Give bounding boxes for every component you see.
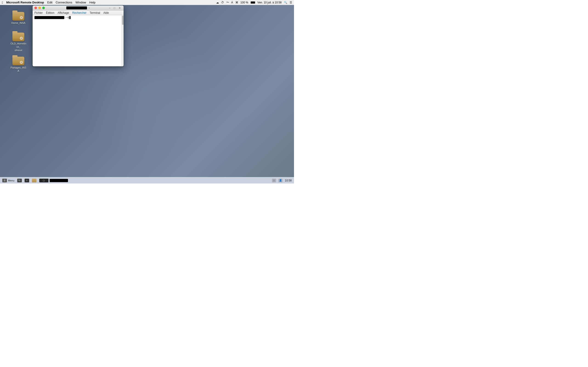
activity-icon: 〜	[226, 0, 229, 4]
menubar-help[interactable]: Help	[89, 1, 95, 4]
desktop-icon-partages-insa[interactable]: ➚ Partages_INSA	[9, 54, 27, 74]
window-fullscreen-button[interactable]: □	[113, 6, 116, 10]
prompt-user-redacted	[35, 16, 64, 19]
datetime-display: Ven. 10 juil. à 10:58	[258, 1, 282, 4]
terminal-menu-aide[interactable]: Aide	[103, 11, 109, 15]
battery-bar	[251, 1, 255, 4]
apple-logo-icon[interactable]: 	[2, 1, 3, 4]
terminal-cursor	[69, 16, 71, 19]
terminal-scrollbar[interactable]	[121, 15, 124, 66]
terminal-prompt-line: :~$	[35, 16, 122, 19]
camera-icon: 📷	[17, 179, 22, 182]
desktop-icon-home-insa[interactable]: ➚ Home_INSA	[9, 10, 27, 25]
terminal-menu-affichage[interactable]: Affichage	[58, 11, 69, 15]
dock-redacted-item	[50, 179, 68, 182]
desktop: ➚ Home_INSA ➚ OLD_Homelinux_ sfrenot ➚ P…	[0, 5, 294, 177]
dock-label-menu: Menu	[8, 179, 15, 182]
folder-dock-icon	[32, 179, 36, 182]
folder-body: ➚	[12, 57, 24, 65]
menubar-edit[interactable]: Edit	[47, 1, 52, 4]
title-tilde: ~	[88, 7, 90, 9]
menubar-right: ☁ ⏱ 〜 A ⌘ 100 % Ven. 10 juil. à 10:58 🔍 …	[216, 0, 292, 4]
desktop-icon-old-homelinux[interactable]: ➚ OLD_Homelinux_ sfrenot	[9, 30, 27, 53]
window-maximize-button[interactable]	[42, 7, 45, 9]
scrollbar-thumb[interactable]	[122, 16, 124, 25]
folder-body: ➚	[12, 12, 24, 21]
icon-label: OLD_Homelinux_ sfrenot	[10, 42, 27, 52]
battery-text: 100 %	[241, 1, 248, 4]
dock-item-camera[interactable]: 📷	[17, 179, 22, 182]
terminal-menu-fichier[interactable]: Fichier	[35, 11, 43, 15]
window-controls	[35, 7, 45, 9]
terminal-window: ~ − □ ✕ Fichier Édition Affichage Recher…	[33, 6, 124, 66]
menu-icon: ☰	[2, 179, 7, 182]
terminal-menu-terminal[interactable]: Terminal	[90, 11, 100, 15]
icon-label: Home_INSA	[11, 21, 25, 25]
dock-item-folder[interactable]	[32, 179, 36, 182]
menubar-connections[interactable]: Connections	[56, 1, 72, 4]
window-close-button[interactable]	[35, 7, 37, 9]
menubar-app-name: Microsoft Remote Desktop	[6, 1, 44, 4]
menubar-left:  Microsoft Remote Desktop Edit Connecti…	[2, 1, 95, 4]
macos-menubar:  Microsoft Remote Desktop Edit Connecti…	[0, 0, 294, 5]
title-redacted	[66, 6, 87, 9]
icon-label: Partages_INSA	[10, 66, 27, 73]
time-machine-icon: ⏱	[221, 1, 224, 4]
monitor-icon: ▢	[39, 179, 48, 182]
wifi-icon: ⌘	[235, 1, 238, 4]
dock-item-menu[interactable]: ☰ Menu	[2, 179, 15, 182]
folder-arrow-icon: ➚	[20, 61, 23, 64]
prompt-text: :~$	[65, 16, 69, 19]
folder-arrow-icon: ➚	[20, 37, 23, 40]
terminal-menu-edition[interactable]: Édition	[46, 11, 54, 15]
folder-arrow-icon: ➚	[20, 16, 23, 19]
folder-icon: ➚	[12, 10, 24, 21]
search-icon[interactable]: 🔍	[284, 1, 287, 4]
terminal-content[interactable]: :~$	[33, 15, 124, 66]
folder-icon: ➚	[12, 55, 24, 65]
dock: ☰ Menu 📷 > ▢ □ 👤 10:58	[0, 177, 294, 184]
menubar-window[interactable]: Window	[76, 1, 86, 4]
dock-system-icon-1[interactable]: □	[272, 179, 276, 182]
terminal-icon: >	[25, 179, 29, 182]
dock-system-icon-2[interactable]: 👤	[278, 179, 283, 182]
dock-item-terminal[interactable]: >	[25, 179, 29, 182]
dock-item-bar[interactable]: ▢	[39, 179, 68, 182]
folder-body: ➚	[12, 33, 24, 41]
terminal-menu-rechercher[interactable]: Rechercher	[72, 11, 86, 15]
terminal-titlebar: ~ − □ ✕	[33, 6, 124, 10]
terminal-app-menubar: Fichier Édition Affichage Rechercher Ter…	[33, 10, 124, 15]
window-restore-button[interactable]: −	[108, 6, 111, 10]
folder-icon: ➚	[12, 31, 24, 41]
window-close-x-button[interactable]: ✕	[118, 6, 122, 10]
terminal-title: ~	[66, 6, 90, 9]
window-right-controls: − □ ✕	[108, 6, 122, 10]
dock-time: 10:58	[285, 179, 292, 182]
dock-left: ☰ Menu 📷 > ▢	[2, 179, 68, 182]
cloud-icon: ☁	[216, 1, 219, 4]
text-input-icon: A	[231, 1, 233, 4]
window-minimize-button[interactable]	[38, 7, 41, 9]
dock-right: □ 👤 10:58	[272, 179, 292, 182]
control-center-icon[interactable]: ☰	[290, 1, 292, 4]
